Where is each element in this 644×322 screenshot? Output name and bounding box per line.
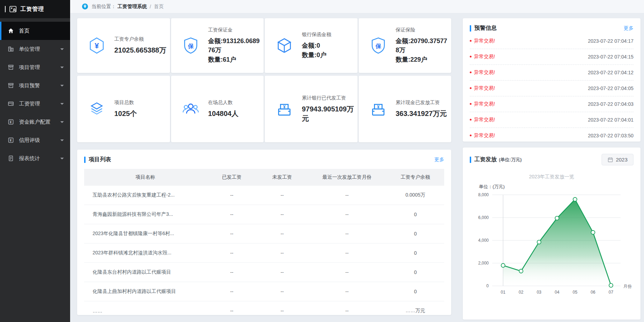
sidebar-item-home[interactable]: 首页 — [0, 22, 70, 40]
chevron-down-icon — [60, 139, 64, 141]
sidebar-item-project-warning[interactable]: 项目预警 — [0, 76, 70, 95]
warning-time: 2023-07-22 07:04:12 — [588, 70, 633, 75]
year-selector[interactable]: 2023 — [602, 154, 633, 165]
project-name-cell[interactable]: 2023年群科镇滩北村溢洪道沟水毁... — [84, 244, 206, 263]
warning-dot-icon — [470, 71, 472, 73]
stat-card-bank-paid-salary: ¥ 累计银行已代发工资 97943.905109万元 — [265, 76, 358, 142]
archive-box-icon — [8, 64, 14, 70]
warning-item[interactable]: 异常交易!2023-07-22 07:04:17 — [470, 33, 633, 49]
logo-divider — [5, 6, 6, 12]
svg-text:06: 06 — [591, 290, 596, 295]
project-name-cell[interactable]: 青海鑫园新能源科技有限公司年产3... — [84, 205, 206, 224]
value-cell: -- — [307, 186, 387, 205]
project-name-cell[interactable]: 2023年化隆县甘都镇隆康一村等6村... — [84, 224, 206, 244]
svg-text:0: 0 — [486, 283, 489, 288]
svg-text:¥: ¥ — [283, 104, 286, 109]
stat-label: 累计现金已发放工资 — [396, 100, 447, 106]
warning-item[interactable]: 异常交易!2023-07-22 07:04:15 — [470, 49, 633, 65]
breadcrumb: 当前位置： 工资管理系统 / 首页 — [70, 0, 644, 13]
yen-hexagon-icon: ¥ — [88, 36, 106, 55]
project-name-cell[interactable]: 化隆县上曲加村村内道路以工代赈项目 — [84, 282, 206, 301]
warning-text: 异常交易! — [474, 85, 495, 91]
sidebar-item-fund-account[interactable]: ¥ 资金账户配置 — [0, 113, 70, 131]
app-window: ¥ 工资管理 首页 单位管理 — [0, 0, 644, 322]
value-cell: -- — [307, 244, 387, 263]
stat-count: 数量:61户 — [208, 55, 260, 64]
warning-item[interactable]: 异常交易!2023-07-22 07:04:01 — [470, 112, 633, 128]
shield-bao-icon: 保 — [182, 36, 200, 55]
salary-panel-unit: (单位:万元) — [499, 157, 522, 163]
layers-icon — [88, 100, 106, 118]
sidebar-item-project-mgmt[interactable]: 项目管理 — [0, 58, 70, 76]
stat-amount: 金额:913126.068976万 — [208, 36, 260, 55]
warning-dot-icon — [470, 119, 472, 121]
value-cell: -- — [257, 301, 307, 315]
warning-item[interactable]: 异常交易!2023-07-22 07:04:03 — [470, 96, 633, 112]
svg-text:¥: ¥ — [95, 41, 99, 50]
value-cell: -- — [206, 205, 257, 224]
title-accent-bar — [470, 25, 471, 32]
sidebar-item-label: 单位管理 — [19, 46, 40, 53]
table-header-row: 项目名称已发工资未发工资最近一次发放工资月份工资专户余额 — [84, 169, 444, 186]
svg-text:04: 04 — [555, 290, 560, 295]
sidebar-item-label: 项目管理 — [19, 64, 40, 71]
chevron-down-icon — [60, 103, 64, 105]
svg-text:8,000: 8,000 — [478, 192, 489, 197]
value-cell: -- — [307, 205, 387, 224]
table-row: ……------……万元 — [84, 301, 444, 315]
stat-value: 1025个 — [114, 109, 137, 118]
chevron-down-icon — [60, 85, 64, 87]
svg-text:¥: ¥ — [10, 138, 12, 142]
warning-time: 2023-07-22 07:04:17 — [588, 38, 633, 44]
svg-text:月份: 月份 — [623, 284, 632, 289]
sidebar-item-credit-rating[interactable]: ¥ 信用评级 — [0, 131, 70, 149]
project-name-cell[interactable]: 互助县农村公路灾后恢复重建工程-2... — [84, 186, 206, 205]
svg-text:保: 保 — [187, 43, 194, 49]
warning-dot-icon — [470, 87, 472, 89]
stat-label: 保证保险 — [396, 27, 448, 33]
stat-label: 累计银行已代发工资 — [302, 95, 354, 101]
value-cell: -- — [257, 263, 307, 282]
warning-text: 异常交易! — [474, 101, 495, 107]
stat-amount: 金额:20790.375778万 — [396, 36, 448, 55]
value-cell: -- — [206, 244, 257, 263]
project-name-cell[interactable]: 化隆县东台村村内道路以工代赈项目 — [84, 263, 206, 282]
warning-item[interactable]: 异常交易!2023-07-22 07:04:05 — [470, 81, 633, 96]
warning-text: 异常交易! — [474, 54, 495, 60]
stat-card-guarantee-insurance: 保 保证保险 金额:20790.375778万 数量:229户 — [359, 18, 452, 73]
svg-text:01: 01 — [501, 290, 506, 295]
chevron-down-icon — [60, 158, 64, 159]
project-name-cell[interactable]: …… — [84, 301, 206, 315]
stat-row-2: 项目总数 1025个 在场总人数 104804人 — [77, 76, 451, 142]
column-header: 未发工资 — [257, 169, 307, 186]
stat-value: 104804人 — [208, 109, 239, 118]
building-icon — [8, 46, 14, 52]
stat-card-people-onsite: 在场总人数 104804人 — [171, 76, 264, 142]
svg-text:07: 07 — [609, 290, 614, 295]
value-cell: -- — [307, 282, 387, 301]
sidebar-item-salary-mgmt[interactable]: 工资管理 — [0, 95, 70, 113]
warning-more-link[interactable]: 更多 — [624, 25, 633, 32]
project-table: 项目名称已发工资未发工资最近一次发放工资月份工资专户余额 互助县农村公路灾后恢复… — [84, 169, 444, 315]
chevron-down-icon — [60, 121, 64, 123]
value-cell: -- — [206, 186, 257, 205]
project-list-more-link[interactable]: 更多 — [434, 157, 444, 163]
sidebar-item-label: 报表统计 — [19, 155, 40, 162]
value-cell: 0 — [387, 224, 444, 244]
table-row: 2023年群科镇滩北村溢洪道沟水毁...------0 — [84, 244, 444, 263]
warning-text: 异常交易! — [474, 38, 495, 44]
stat-label: 工资专户余额 — [114, 36, 166, 42]
warning-item[interactable]: 异常交易!2023-07-22 07:03:50 — [470, 128, 633, 142]
column-header: 项目名称 — [84, 169, 206, 186]
chevron-down-icon — [60, 67, 64, 68]
warning-dot-icon — [470, 40, 472, 42]
sidebar-item-unit-mgmt[interactable]: 单位管理 — [0, 40, 70, 58]
stat-value: 21025.665388万 — [114, 46, 166, 55]
sidebar-item-report-stats[interactable]: 报表统计 — [0, 149, 70, 167]
value-cell: -- — [206, 301, 257, 315]
breadcrumb-system-link[interactable]: 工资管理系统 — [117, 4, 147, 10]
warning-item[interactable]: 异常交易!2023-07-22 07:04:12 — [470, 65, 633, 81]
svg-text:¥: ¥ — [11, 7, 13, 10]
title-accent-bar — [84, 157, 86, 163]
column-header: 已发工资 — [206, 169, 257, 186]
